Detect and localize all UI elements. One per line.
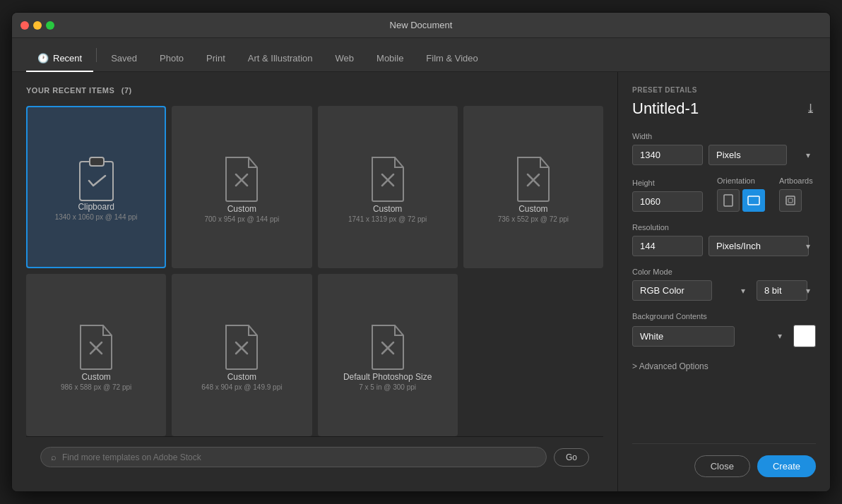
tab-photo[interactable]: Photo	[148, 46, 195, 72]
grid-item-6[interactable]: Custom 648 x 904 px @ 149.9 ppi	[172, 274, 312, 436]
document-svg-icon-2	[220, 155, 263, 204]
bottom-buttons: Close Create	[632, 443, 816, 477]
color-mode-label: Color Mode	[632, 268, 816, 276]
background-label: Background Contents	[632, 312, 816, 320]
main-content: YOUR RECENT ITEMS (7) Clipboard 1340 x 1…	[12, 72, 830, 491]
color-mode-wrapper: RGB Color CMYK Color Lab Color Grayscale…	[632, 280, 751, 301]
background-select[interactable]: White Black Background Color Transparent…	[632, 326, 735, 347]
svg-rect-16	[786, 196, 795, 205]
document-svg-icon-4	[512, 155, 555, 204]
portrait-button[interactable]	[717, 189, 740, 212]
grid-item-7[interactable]: Default Photoshop Size 7 x 5 in @ 300 pp…	[318, 274, 458, 436]
bit-depth-wrapper: 8 bit 16 bit 32 bit	[757, 280, 816, 301]
document-svg-icon-5	[75, 323, 117, 372]
svg-rect-15	[748, 196, 759, 205]
orientation-row: Height Orientation	[632, 176, 816, 212]
landscape-button[interactable]	[742, 189, 765, 212]
tab-mobile[interactable]: Mobile	[365, 46, 415, 72]
orientation-label: Orientation	[717, 176, 765, 185]
width-label: Width	[632, 132, 816, 140]
grid-item-4[interactable]: Custom 736 x 552 px @ 72 ppi	[463, 106, 603, 268]
svg-rect-17	[788, 198, 793, 203]
new-document-dialog: New Document 🕐 Recent Saved Photo Print …	[11, 12, 831, 492]
bit-depth-select[interactable]: 8 bit 16 bit 32 bit	[757, 280, 807, 301]
width-field-group: Width Pixels Inches Centimeters Millimet…	[632, 132, 816, 165]
artboard-toggle[interactable]	[779, 189, 802, 212]
clock-icon: 🕐	[37, 53, 49, 64]
color-mode-select[interactable]: RGB Color CMYK Color Lab Color Grayscale…	[632, 280, 712, 301]
window-title: New Document	[390, 20, 453, 30]
preset-title-row: Untitled-1 ⤓	[632, 100, 816, 118]
height-label: Height	[632, 179, 703, 187]
create-button[interactable]: Create	[757, 455, 816, 477]
svg-rect-14	[724, 195, 733, 206]
width-unit-wrapper: Pixels Inches Centimeters Millimeters	[708, 145, 816, 165]
tab-art[interactable]: Art & Illustration	[237, 46, 324, 72]
grid-item-3[interactable]: Custom 1741 x 1319 px @ 72 ppi	[318, 106, 458, 268]
grid-item-1[interactable]: Clipboard 1340 x 1060 px @ 144 ppi	[26, 106, 166, 268]
go-button[interactable]: Go	[554, 448, 589, 467]
document-svg-icon-6	[220, 323, 263, 372]
portrait-icon	[723, 194, 734, 207]
height-group: Height	[632, 179, 703, 212]
width-unit-select[interactable]: Pixels Inches Centimeters Millimeters	[708, 145, 787, 165]
resolution-field-group: Resolution Pixels/Inch Pixels/Centimeter	[632, 223, 816, 256]
resolution-unit-wrapper: Pixels/Inch Pixels/Centimeter	[708, 236, 816, 256]
tab-saved[interactable]: Saved	[100, 46, 148, 72]
background-select-wrapper: White Black Background Color Transparent…	[632, 326, 788, 347]
items-grid: Clipboard 1340 x 1060 px @ 144 ppi Custo…	[26, 106, 603, 436]
document-svg-icon-3	[367, 155, 409, 204]
landscape-icon	[747, 195, 760, 206]
color-mode-row: RGB Color CMYK Color Lab Color Grayscale…	[632, 280, 816, 301]
background-row: White Black Background Color Transparent…	[632, 325, 816, 347]
close-button[interactable]: Close	[694, 455, 750, 477]
minimize-traffic-light[interactable]	[33, 21, 42, 30]
search-bar: ⌕ Go	[26, 436, 603, 477]
resolution-label: Resolution	[632, 223, 816, 232]
close-traffic-light[interactable]	[20, 21, 29, 30]
orientation-buttons	[717, 189, 765, 212]
height-input[interactable]	[632, 191, 703, 212]
background-field-group: Background Contents White Black Backgrou…	[632, 312, 816, 347]
search-input[interactable]	[62, 452, 536, 462]
resolution-input[interactable]	[632, 236, 703, 256]
right-panel: PRESET DETAILS Untitled-1 ⤓ Width Pixels…	[618, 72, 830, 491]
height-orientation-group: Height Orientation	[632, 176, 816, 212]
document-name: Untitled-1	[632, 100, 699, 118]
recent-section-header: YOUR RECENT ITEMS (7)	[26, 86, 603, 95]
preset-section-label: PRESET DETAILS	[632, 86, 816, 94]
background-color-swatch[interactable]	[793, 325, 816, 347]
width-input[interactable]	[632, 145, 703, 165]
tab-print[interactable]: Print	[195, 46, 237, 72]
resolution-unit-select[interactable]: Pixels/Inch Pixels/Centimeter	[708, 236, 809, 256]
tab-web[interactable]: Web	[324, 46, 366, 72]
artboards-group: Artboards	[779, 176, 813, 212]
traffic-lights	[20, 21, 54, 30]
svg-rect-0	[80, 162, 113, 200]
tab-divider	[96, 48, 97, 62]
grid-item-2[interactable]: Custom 700 x 954 px @ 144 ppi	[172, 106, 312, 268]
tab-recent[interactable]: 🕐 Recent	[26, 46, 93, 72]
width-row: Pixels Inches Centimeters Millimeters	[632, 145, 816, 165]
search-container: ⌕	[40, 447, 547, 467]
document-svg-icon-7	[367, 323, 409, 372]
save-preset-icon[interactable]: ⤓	[805, 101, 816, 116]
spacer	[632, 371, 816, 443]
tabs-bar: 🕐 Recent Saved Photo Print Art & Illustr…	[12, 38, 830, 72]
clipboard-svg-icon	[77, 156, 116, 202]
maximize-traffic-light[interactable]	[46, 21, 54, 30]
orientation-group: Orientation	[717, 176, 765, 212]
artboard-icon	[785, 195, 796, 206]
color-mode-field-group: Color Mode RGB Color CMYK Color Lab Colo…	[632, 268, 816, 301]
title-bar: New Document	[12, 13, 830, 38]
artboards-label: Artboards	[779, 176, 813, 185]
advanced-options[interactable]: > Advanced Options	[632, 361, 816, 371]
grid-item-5[interactable]: Custom 986 x 588 px @ 72 ppi	[26, 274, 166, 436]
resolution-row: Pixels/Inch Pixels/Centimeter	[632, 236, 816, 256]
tab-film[interactable]: Film & Video	[415, 46, 489, 72]
left-panel: YOUR RECENT ITEMS (7) Clipboard 1340 x 1…	[12, 72, 618, 491]
search-icon: ⌕	[51, 452, 57, 462]
svg-rect-1	[90, 157, 104, 166]
